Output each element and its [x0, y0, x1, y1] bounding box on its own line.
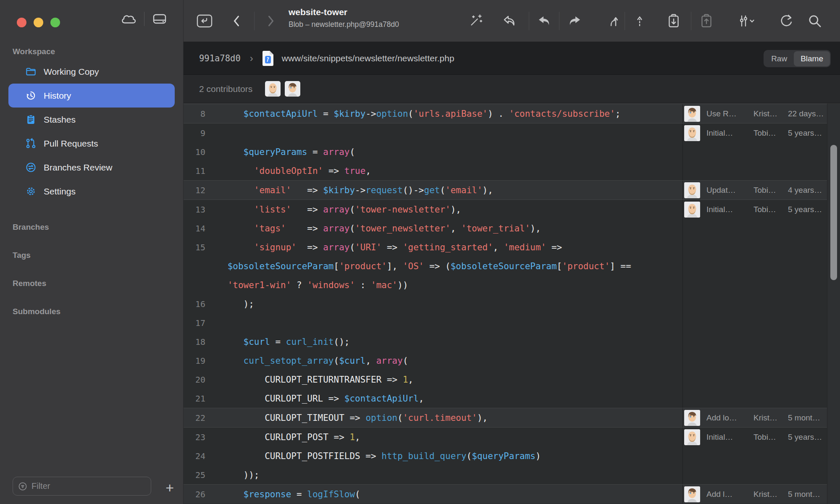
raw-view-button[interactable]: Raw: [764, 51, 794, 66]
code-line: $obsoleteSourceParam['product'], 'OS' =>…: [212, 261, 631, 271]
blame-date: 22 days…: [788, 109, 827, 118]
titlebar-divider: [144, 12, 144, 26]
main-area: website-tower Blob – newsletter.php@991a…: [184, 0, 840, 504]
code-row: 'tower1-win' ? 'windows' : 'mac')): [184, 276, 682, 294]
blame-hunk: 26 $response = logIfSlow(Add l…Krist…5 m…: [184, 484, 840, 504]
code-line: CURLOPT_POST => 1,: [212, 432, 360, 442]
scrollbar-track[interactable]: [827, 104, 840, 504]
push-button[interactable]: [567, 13, 583, 29]
code-row: 14 'tags' => array('tower_newsletter', '…: [184, 219, 682, 238]
cloud-services-button[interactable]: [120, 12, 138, 26]
blame-hunk: 910 $queryParams = array(11 'doubleOptIn…: [184, 123, 840, 180]
blame-author: Tobi…: [753, 129, 787, 138]
local-repositories-button[interactable]: [150, 12, 169, 26]
sidebar-item-settings[interactable]: Settings: [8, 179, 175, 203]
blame-entry[interactable]: Add lo…Krist…5 mont…: [683, 408, 827, 427]
author-avatar: [684, 106, 700, 122]
sidebar-item-history[interactable]: History: [8, 84, 175, 108]
filter-input[interactable]: [32, 481, 132, 491]
sidebar-section-tags[interactable]: Tags: [13, 251, 183, 260]
fetch-button[interactable]: [501, 13, 517, 29]
blame-hunk: 13 'lists' => array('tower-newsletter'),…: [184, 200, 840, 408]
author-avatar: [684, 182, 700, 198]
line-number: 12: [184, 185, 212, 195]
merge-button[interactable]: [606, 13, 621, 29]
line-number: 16: [184, 299, 212, 309]
sidebar-item-pull-requests[interactable]: Pull Requests: [8, 131, 175, 155]
zoom-window-button[interactable]: [50, 18, 60, 27]
code-row: 10 $queryParams = array(: [184, 142, 682, 161]
cloud-icon: [120, 12, 138, 26]
blame-hunk: 12 'email' => $kirby->request()->get('em…: [184, 180, 840, 200]
sidebar-section-submodules[interactable]: Submodules: [13, 307, 183, 316]
minimize-window-button[interactable]: [34, 18, 43, 27]
save-stash-button[interactable]: [666, 13, 682, 29]
search-button[interactable]: [807, 13, 823, 29]
toolbar: website-tower Blob – newsletter.php@991a…: [184, 0, 840, 42]
sidebar-section-branches[interactable]: Branches: [13, 223, 183, 232]
sidebar-item-stashes[interactable]: Stashes: [8, 108, 175, 131]
code-row: 9: [184, 123, 682, 142]
back-button[interactable]: [231, 14, 242, 28]
line-number: 25: [184, 470, 212, 480]
window-controls: [17, 18, 60, 27]
code-line: $queryParams = array(: [212, 147, 355, 157]
code-line: 'lists' => array('tower-newsletter'),: [212, 205, 461, 215]
line-number: 21: [184, 394, 212, 404]
apply-stash-button[interactable]: [698, 13, 714, 29]
sidebar-item-working-copy[interactable]: Working Copy: [8, 60, 175, 84]
code-line: CURLOPT_POSTFIELDS => http_build_query($…: [212, 451, 541, 461]
code-row: 15 'signup' => array('URI' => 'getting_s…: [184, 238, 682, 257]
code-row: 20 CURLOPT_RETURNTRANSFER => 1,: [184, 370, 682, 389]
line-number: 18: [184, 337, 212, 347]
line-number: 15: [184, 242, 212, 252]
sidebar-section-remotes[interactable]: Remotes: [13, 279, 183, 288]
sidebar-filter: [13, 477, 151, 496]
search-icon: [807, 13, 823, 29]
author-avatar: [684, 410, 700, 426]
blame-column: Use R…Krist…22 days…: [682, 104, 827, 123]
stash-save-icon: [666, 13, 682, 29]
sidebar-item-label: History: [44, 91, 71, 101]
blame-hunk: 8 $contactApiUrl = $kirby->option('urls.…: [184, 104, 840, 123]
code-row: 19 curl_setopt_array($curl, array(: [184, 351, 682, 370]
sidebar-item-label: Settings: [44, 186, 76, 197]
blame-entry[interactable]: Initial…Tobi…5 years…: [683, 200, 827, 219]
chevron-right-icon: [266, 14, 276, 28]
blame-author: Krist…: [753, 490, 787, 499]
blame-column: Initial…Tobi…5 years…: [682, 428, 827, 484]
breadcrumb-separator-icon: ›: [250, 52, 253, 64]
scrollbar-thumb[interactable]: [830, 145, 837, 280]
filter-icon: [18, 482, 27, 491]
blame-entry[interactable]: Add l…Krist…5 mont…: [683, 485, 827, 504]
toolbar-divider: [254, 12, 255, 30]
sidebar: Workspace Working CopyHistoryStashesPull…: [0, 0, 184, 504]
pull-button[interactable]: [536, 13, 552, 29]
blame-entry[interactable]: Initial…Tobi…5 years…: [683, 428, 827, 446]
view-options-dropdown[interactable]: [735, 13, 756, 29]
refresh-button[interactable]: [778, 13, 794, 29]
code-line: CURLOPT_URL => $contactApiUrl,: [212, 394, 424, 404]
blame-entry[interactable]: Initial…Tobi…5 years…: [683, 123, 827, 142]
blame-entry[interactable]: Updat…Tobi…4 years…: [683, 181, 827, 200]
code-line: 'email' => $kirby->request()->get('email…: [212, 185, 493, 195]
commit-hash[interactable]: 991a78d0: [199, 53, 241, 63]
blame-date: 5 years…: [788, 129, 827, 138]
code-line: $response = logIfSlow(: [212, 489, 360, 499]
sidebar-item-branches-review[interactable]: Branches Review: [8, 155, 175, 179]
show-repositories-button[interactable]: [196, 14, 213, 28]
blame-column: Add lo…Krist…5 mont…: [682, 408, 827, 427]
blame-code-view: 8 $contactApiUrl = $kirby->option('urls.…: [184, 104, 840, 504]
forward-button[interactable]: [266, 14, 276, 28]
line-number: 17: [184, 318, 212, 328]
line-number: 20: [184, 375, 212, 385]
file-path: www/site/snippets/newsletter/newsletter.…: [282, 53, 454, 63]
add-repository-button[interactable]: +: [165, 480, 174, 495]
line-number: 11: [184, 166, 212, 176]
close-window-button[interactable]: [17, 18, 26, 27]
rebase-button[interactable]: [632, 13, 647, 29]
quick-actions-button[interactable]: [467, 13, 483, 29]
breadcrumb: 991a78d0 › www/site/snippets/newsletter/…: [184, 42, 840, 75]
blame-view-button[interactable]: Blame: [794, 51, 830, 66]
blame-entry[interactable]: Use R…Krist…22 days…: [683, 104, 827, 123]
